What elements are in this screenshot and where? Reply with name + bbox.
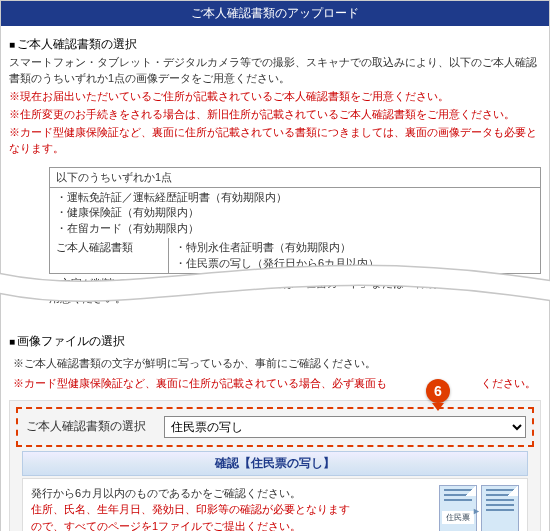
section2-title: 画像ファイルの選択	[9, 333, 541, 350]
section2-note2a: ※カード型健康保険証など、裏面に住所が記載されている場合、必ず裏面も	[13, 377, 387, 389]
doc-cut-note: の文字が判読できない場合、再度お さきましては「在留カード」または「特別永住者証…	[49, 274, 541, 307]
doc-table-body: ・運転免許証／運転経歴証明書（有効期限内） ・健康保険証（有効期限内） ・在留カ…	[49, 188, 541, 238]
confirm-line3: ので、すべてのページを1ファイルでご提出ください。	[31, 518, 429, 531]
doc-table-head: 以下のうちいずれか1点	[49, 167, 541, 188]
doc-opt: ・健康保険証（有効期限内）	[56, 205, 534, 220]
sheet-back-icon	[481, 485, 519, 531]
section1-warn1: ※現在お届出いただいているご住所が記載されているご本人確認書類をご用意ください。	[9, 89, 541, 105]
doc-select-label: ご本人確認書類の選択	[26, 418, 146, 435]
doc-opt: ・住民票の写し（発行日から6カ月以内）	[175, 256, 534, 271]
form-frame: 6 ご本人確認書類の選択 住民票の写し 確認【住民票の写し】 発行から6カ月以内…	[9, 400, 541, 531]
section1-title: ご本人確認書類の選択	[9, 36, 541, 53]
doc-table: 以下のうちいずれか1点 ・運転免許証／運転経歴証明書（有効期限内） ・健康保険証…	[49, 167, 541, 307]
confirm-bar: 確認【住民票の写し】	[22, 451, 528, 476]
sheet-label: 住民票	[442, 511, 474, 524]
section1-desc: スマートフォン・タブレット・デジタルカメラ等での撮影、スキャナでの取込みにより、…	[9, 55, 541, 87]
doc-side-label: ご本人確認書類	[49, 238, 169, 274]
doc-type-select[interactable]: 住民票の写し	[164, 416, 526, 438]
page-header: ご本人確認書類のアップロード	[1, 1, 549, 26]
section2-note2b: ください。	[481, 377, 536, 389]
section1-warn2: ※住所変更のお手続きをされる場合は、新旧住所が記載されているご本人確認書類をご用…	[9, 107, 541, 123]
confirm-line2: 住所、氏名、生年月日、発効日、印影等の確認が必要となります	[31, 501, 429, 518]
section2-note1: ※ご本人確認書類の文字が鮮明に写っているか、事前にご確認ください。	[1, 356, 549, 376]
confirm-body: 発行から6カ月以内のものであるかをご確認ください。 住所、氏名、生年月日、発効日…	[22, 478, 528, 531]
doc-opt: ・特別永住者証明書（有効期限内）	[175, 240, 534, 255]
document-illustration: 住民票	[439, 485, 519, 531]
section-image-file: 画像ファイルの選択	[1, 333, 549, 356]
section2-note2: ※カード型健康保険証など、裏面に住所が記載されている場合、必ず裏面も アップロー…	[1, 376, 549, 396]
doc-opt: ・在留カード（有効期限内）	[56, 221, 534, 236]
select-highlight: ご本人確認書類の選択 住民票の写し	[16, 407, 534, 447]
section1-warn3: ※カード型健康保険証など、裏面に住所が記載されている書類につきましては、裏面の画…	[9, 125, 541, 157]
section-doc-select: ご本人確認書類の選択 スマートフォン・タブレット・デジタルカメラ等での撮影、スキ…	[1, 26, 549, 163]
doc-opt: ・運転免許証／運転経歴証明書（有効期限内）	[56, 190, 534, 205]
callout-6: 6	[426, 379, 450, 403]
confirm-line1: 発行から6カ月以内のものであるかをご確認ください。	[31, 485, 429, 502]
doc-table-body2: ・特別永住者証明書（有効期限内） ・住民票の写し（発行日から6カ月以内）	[169, 238, 541, 274]
